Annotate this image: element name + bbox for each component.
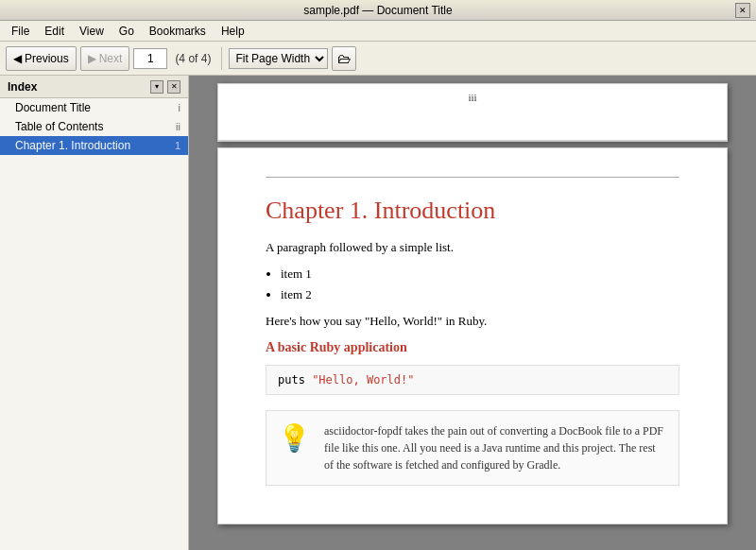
- sidebar-item-toc[interactable]: Table of Contents ii: [0, 117, 188, 136]
- menu-help[interactable]: Help: [214, 23, 252, 40]
- title-bar: sample.pdf — Document Title ✕: [0, 0, 756, 21]
- sidebar-header: Index ▾ ✕: [0, 76, 188, 98]
- chapter-title: Chapter 1. Introduction: [266, 197, 679, 225]
- sidebar-item-page: ii: [176, 121, 180, 132]
- page-number-iii: iii: [468, 92, 476, 103]
- pdf-page-iii: iii: [217, 83, 728, 142]
- menu-go[interactable]: Go: [112, 23, 142, 40]
- zoom-select[interactable]: Fit Page Width 50% 75% 100% 125% 150%: [229, 48, 328, 69]
- note-text: asciidoctor-fopdf takes the pain out of …: [324, 422, 667, 473]
- page-top-strip: iii: [218, 84, 727, 141]
- sidebar-item-document-title[interactable]: Document Title i: [0, 98, 188, 117]
- sidebar-item-page: i: [179, 102, 180, 113]
- paragraph-2: Here's how you say "Hello, World!" in Ru…: [266, 314, 679, 329]
- menu-file[interactable]: File: [4, 23, 37, 40]
- bullet-list: item 1 item 2: [281, 266, 679, 302]
- page-rule: [266, 177, 679, 178]
- page-content: Chapter 1. Introduction A paragraph foll…: [218, 148, 727, 524]
- sidebar-item-chapter1[interactable]: Chapter 1. Introduction 1: [0, 136, 188, 155]
- code-prefix: puts: [278, 373, 312, 387]
- page-count: (4 of 4): [175, 52, 211, 65]
- menu-bar: File Edit View Go Bookmarks Help: [0, 21, 756, 42]
- toolbar: ◀ Previous ▶ Next (4 of 4) Fit Page Widt…: [0, 42, 756, 76]
- list-item-1: item 1: [281, 266, 679, 282]
- sidebar: Index ▾ ✕ Document Title i Table of Cont…: [0, 76, 189, 550]
- next-button[interactable]: ▶ Next: [80, 46, 130, 71]
- sidebar-items: Document Title i Table of Contents ii Ch…: [0, 98, 188, 550]
- sidebar-collapse-btn[interactable]: ▾: [150, 80, 163, 94]
- menu-view[interactable]: View: [72, 23, 112, 40]
- prev-button[interactable]: ◀ Previous: [6, 46, 77, 71]
- pdf-page-1: Chapter 1. Introduction A paragraph foll…: [217, 147, 728, 524]
- folder-button[interactable]: 🗁: [332, 46, 356, 71]
- toolbar-separator: [221, 47, 222, 70]
- sidebar-item-label: Table of Contents: [15, 120, 103, 133]
- paragraph-1: A paragraph followed by a simple list.: [266, 240, 679, 255]
- sidebar-close-btn[interactable]: ✕: [167, 80, 180, 94]
- prev-label: Previous: [25, 52, 69, 65]
- next-icon: ▶: [88, 52, 96, 65]
- menu-bookmarks[interactable]: Bookmarks: [142, 23, 214, 40]
- note-box: 💡 asciidoctor-fopdf takes the pain out o…: [266, 410, 679, 486]
- list-item-2: item 2: [281, 287, 679, 302]
- sidebar-title: Index: [8, 80, 37, 94]
- pdf-area[interactable]: iii Chapter 1. Introduction A paragraph …: [189, 76, 756, 550]
- sidebar-item-page: 1: [175, 140, 180, 151]
- sidebar-item-label: Document Title: [15, 101, 91, 114]
- next-label: Next: [99, 52, 123, 65]
- menu-edit[interactable]: Edit: [37, 23, 72, 40]
- code-block: puts "Hello, World!": [266, 365, 679, 395]
- prev-icon: ◀: [13, 52, 22, 65]
- main-area: Index ▾ ✕ Document Title i Table of Cont…: [0, 76, 756, 550]
- lightbulb-icon: 💡: [278, 422, 311, 473]
- close-button[interactable]: ✕: [735, 3, 750, 18]
- section-heading: A basic Ruby application: [266, 340, 679, 355]
- window-title: sample.pdf — Document Title: [303, 4, 452, 17]
- folder-icon: 🗁: [337, 51, 351, 66]
- page-input[interactable]: [133, 48, 167, 69]
- sidebar-item-label: Chapter 1. Introduction: [15, 139, 130, 152]
- code-string: "Hello, World!": [312, 373, 414, 387]
- sidebar-controls: ▾ ✕: [150, 80, 180, 94]
